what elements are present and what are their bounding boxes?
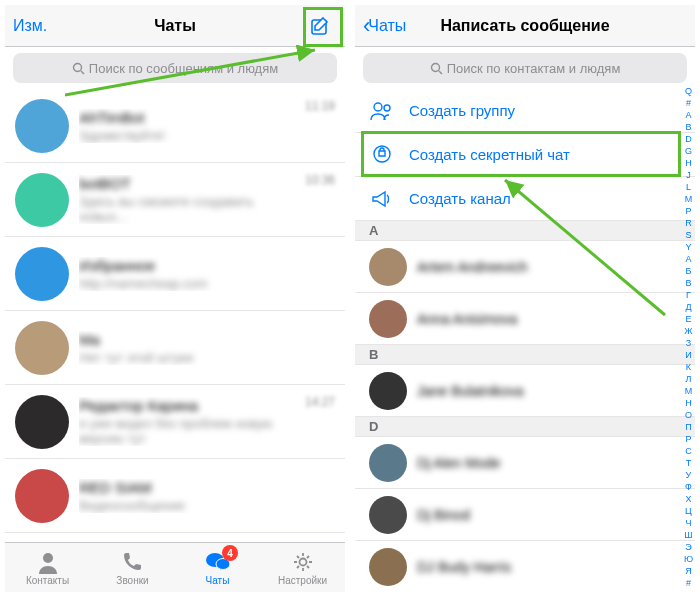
index-letter[interactable]: S bbox=[684, 229, 693, 241]
tab-label: Настройки bbox=[278, 575, 327, 586]
contact-row[interactable]: Dj Alen Mode bbox=[355, 437, 695, 489]
search-placeholder: Поиск по сообщениям и людям bbox=[89, 61, 278, 76]
index-letter[interactable]: G bbox=[684, 145, 693, 157]
index-bar[interactable]: Q#ABDGHJLMPRSYАБВГДЕЖЗИКЛМНОПРСТУФХЦЧШЭЮ… bbox=[684, 85, 693, 592]
channel-icon bbox=[369, 188, 395, 210]
tab-calls[interactable]: Звонки bbox=[90, 543, 175, 592]
phone-icon bbox=[120, 550, 146, 574]
chat-row[interactable]: Ma Нет тут этой штуки bbox=[5, 311, 345, 385]
contact-name: Dj Alen Mode bbox=[417, 455, 500, 471]
search-icon bbox=[430, 62, 443, 75]
chat-text: Редактор Карина я уже видел без проблем … bbox=[79, 397, 305, 446]
index-letter[interactable]: P bbox=[684, 205, 693, 217]
contact-row[interactable]: Jane Bulatnikova bbox=[355, 365, 695, 417]
chat-row[interactable]: Rubass Moime новое тут вот там кроме bbox=[5, 533, 345, 542]
index-letter[interactable]: Л bbox=[684, 373, 693, 385]
index-letter[interactable]: В bbox=[684, 277, 693, 289]
chat-preview: Нет тут этой штуки bbox=[79, 350, 335, 365]
search-placeholder: Поиск по контактам и людям bbox=[447, 61, 621, 76]
create-secret-chat[interactable]: Создать секретный чат bbox=[355, 133, 695, 177]
index-letter[interactable]: B bbox=[684, 121, 693, 133]
index-letter[interactable]: А bbox=[684, 253, 693, 265]
index-letter[interactable]: # bbox=[684, 577, 693, 589]
index-letter[interactable]: Ж bbox=[684, 325, 693, 337]
chats-screen: Изм. Чаты Поиск по сообщениям и людям Ah… bbox=[5, 5, 345, 592]
index-letter[interactable]: Г bbox=[684, 289, 693, 301]
chat-row[interactable]: botBOT Здесь вы сможете создавать новых.… bbox=[5, 163, 345, 237]
create-channel[interactable]: Создать канал bbox=[355, 177, 695, 221]
chat-row[interactable]: Избранное http://namecheap.com bbox=[5, 237, 345, 311]
avatar bbox=[15, 395, 69, 449]
chat-row[interactable]: AhTimBot Здравствуйте! 11:19 bbox=[5, 89, 345, 163]
index-letter[interactable]: С bbox=[684, 445, 693, 457]
compose-button[interactable] bbox=[303, 9, 337, 43]
index-letter[interactable]: H bbox=[684, 157, 693, 169]
avatar bbox=[15, 173, 69, 227]
index-letter[interactable]: D bbox=[684, 133, 693, 145]
chats-badge: 4 bbox=[222, 545, 238, 561]
index-letter[interactable]: Э bbox=[684, 541, 693, 553]
index-letter[interactable]: Х bbox=[684, 493, 693, 505]
tab-settings[interactable]: Настройки bbox=[260, 543, 345, 592]
index-letter[interactable]: A bbox=[684, 109, 693, 121]
chat-title: AhTimBot bbox=[79, 109, 305, 126]
contact-row[interactable]: Dj Binod bbox=[355, 489, 695, 541]
person-icon bbox=[35, 550, 61, 574]
index-letter[interactable]: К bbox=[684, 361, 693, 373]
avatar bbox=[15, 321, 69, 375]
tab-contacts[interactable]: Контакты bbox=[5, 543, 90, 592]
index-letter[interactable]: П bbox=[684, 421, 693, 433]
index-letter[interactable]: Ц bbox=[684, 505, 693, 517]
search-input[interactable]: Поиск по сообщениям и людям bbox=[13, 53, 337, 83]
secret-chat-icon bbox=[369, 144, 395, 166]
index-letter[interactable]: З bbox=[684, 337, 693, 349]
chat-time: 10:36 bbox=[305, 173, 335, 187]
index-letter[interactable]: Р bbox=[684, 433, 693, 445]
index-letter[interactable]: L bbox=[684, 181, 693, 193]
avatar bbox=[369, 444, 407, 482]
index-letter[interactable]: Ч bbox=[684, 517, 693, 529]
contact-row[interactable]: Anna Anisimova bbox=[355, 293, 695, 345]
chat-row[interactable]: Редактор Карина я уже видел без проблем … bbox=[5, 385, 345, 459]
contact-name: Anna Anisimova bbox=[417, 311, 517, 327]
index-letter[interactable]: Ф bbox=[684, 481, 693, 493]
index-letter[interactable]: Н bbox=[684, 397, 693, 409]
index-letter[interactable]: Б bbox=[684, 265, 693, 277]
contact-row[interactable]: DJ Budy Harris bbox=[355, 541, 695, 592]
index-letter[interactable]: # bbox=[684, 97, 693, 109]
action-label: Создать канал bbox=[409, 190, 511, 207]
create-group[interactable]: Создать группу bbox=[355, 89, 695, 133]
index-letter[interactable]: Я bbox=[684, 565, 693, 577]
back-button[interactable]: ‹ Чаты bbox=[363, 13, 406, 39]
contact-name: Dj Binod bbox=[417, 507, 470, 523]
avatar bbox=[15, 247, 69, 301]
index-letter[interactable]: M bbox=[684, 193, 693, 205]
avatar bbox=[369, 248, 407, 286]
edit-button[interactable]: Изм. bbox=[13, 17, 47, 35]
search-input[interactable]: Поиск по контактам и людям bbox=[363, 53, 687, 83]
index-letter[interactable]: Q bbox=[684, 85, 693, 97]
chat-row[interactable]: RED SIAM Видеосообщение bbox=[5, 459, 345, 533]
contact-row[interactable]: Artem Andreevich bbox=[355, 241, 695, 293]
avatar bbox=[369, 372, 407, 410]
index-letter[interactable]: Е bbox=[684, 313, 693, 325]
index-letter[interactable]: Ш bbox=[684, 529, 693, 541]
index-letter[interactable]: И bbox=[684, 349, 693, 361]
index-letter[interactable]: Т bbox=[684, 457, 693, 469]
index-letter[interactable]: Ю bbox=[684, 553, 693, 565]
index-letter[interactable]: У bbox=[684, 469, 693, 481]
back-label: Чаты bbox=[368, 17, 406, 35]
index-letter[interactable]: М bbox=[684, 385, 693, 397]
index-letter[interactable]: Y bbox=[684, 241, 693, 253]
tab-chats[interactable]: 4 Чаты bbox=[175, 543, 260, 592]
action-label: Создать секретный чат bbox=[409, 146, 570, 163]
group-icon bbox=[369, 100, 395, 122]
index-letter[interactable]: J bbox=[684, 169, 693, 181]
index-letter[interactable]: R bbox=[684, 217, 693, 229]
index-letter[interactable]: О bbox=[684, 409, 693, 421]
avatar bbox=[369, 496, 407, 534]
chat-text: RED SIAM Видеосообщение bbox=[79, 479, 335, 513]
avatar bbox=[15, 99, 69, 153]
contact-name: DJ Budy Harris bbox=[417, 559, 511, 575]
index-letter[interactable]: Д bbox=[684, 301, 693, 313]
